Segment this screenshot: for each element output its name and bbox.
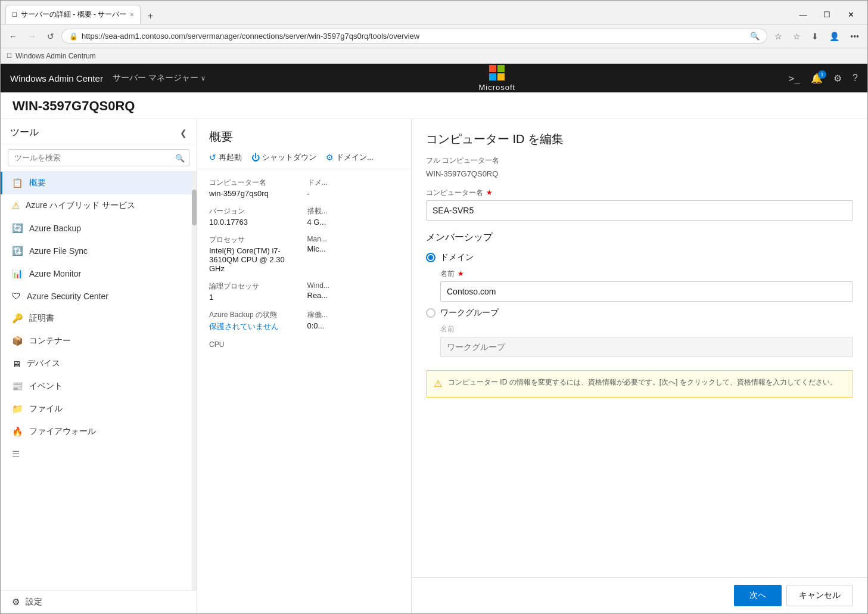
sidebar-item-azure-backup[interactable]: 🔄 Azure Backup (1, 217, 192, 240)
maximize-button[interactable]: ☐ (815, 5, 839, 24)
firewall-icon: 🔥 (12, 426, 23, 437)
sidebar-item-file[interactable]: 📁 ファイル (1, 398, 192, 420)
computer-name-field-label: コンピューター名 ★ (426, 188, 853, 198)
event-label: イベント (29, 381, 63, 392)
notification-button[interactable]: 🔔 1 (811, 73, 823, 84)
refresh-button[interactable]: ↺ (43, 30, 58, 42)
computer-name-input[interactable] (426, 200, 853, 221)
browser-tab[interactable]: ☐ サーバーの詳細 - 概要 - サーバー × (5, 5, 141, 24)
new-tab-button[interactable]: + (143, 8, 158, 24)
event-icon: 📰 (12, 381, 23, 392)
address-url[interactable]: https://sea-adm1.contoso.com/servermanag… (82, 32, 746, 41)
domain-required-mark: ★ (458, 269, 464, 278)
help-icon[interactable]: ? (853, 73, 858, 83)
domain-icon: ⚙ (326, 153, 334, 162)
sidebar-item-azure-security[interactable]: 🛡 Azure Security Center (1, 285, 192, 307)
sidebar-item-settings[interactable]: ⚙ 設定 (1, 591, 197, 613)
sidebar-search-input[interactable] (8, 149, 189, 166)
sidebar-nav: 📋 概要 ⚠ Azure ハイブリッド サービス 🔄 Azure Backup (1, 172, 192, 590)
azure-backup-label: Azure Backup (29, 224, 81, 233)
installed-label: 搭載... (307, 206, 400, 216)
azure-filesync-label: Azure File Sync (29, 246, 88, 256)
backup-status-link[interactable]: 保護されていません (209, 322, 279, 331)
domain-radio-circle (426, 253, 435, 262)
computer-name-section: コンピューター名 ★ (426, 188, 853, 221)
uptime-value: 0:0... (307, 321, 400, 330)
membership-title: メンバーシップ (426, 231, 853, 244)
settings-label: 設定 (26, 597, 42, 607)
processor-label: プロセッサ (209, 235, 301, 245)
back-button[interactable]: ← (5, 30, 21, 42)
certificate-icon: 🔑 (12, 313, 23, 324)
workgroup-name-input[interactable] (440, 337, 853, 357)
shutdown-icon: ⏻ (251, 153, 260, 162)
certificate-label: 証明書 (29, 313, 54, 324)
cancel-button[interactable]: キャンセル (786, 585, 853, 606)
sidebar-item-azure-hybrid[interactable]: ⚠ Azure ハイブリッド サービス (1, 194, 192, 217)
sidebar-item-certificate[interactable]: 🔑 証明書 (1, 307, 192, 330)
menu-icon[interactable]: ••• (847, 30, 863, 42)
favorites-icon[interactable]: ☆ (771, 30, 786, 42)
processor-value: Intel(R) Core(TM) i7-3610QM CPU @ 2.30 G… (209, 246, 301, 273)
workgroup-radio-label: ワークグループ (440, 308, 499, 318)
domain-value: - (307, 189, 400, 198)
forward-button[interactable]: → (24, 30, 40, 42)
subbar-label: Windows Admin Centrum (15, 52, 96, 60)
sidebar-item-overview[interactable]: 📋 概要 (1, 172, 192, 194)
file-icon: 📁 (12, 404, 23, 414)
nav-chevron-icon: ∨ (201, 75, 206, 82)
domain-radio[interactable]: ドメイン (426, 252, 853, 263)
cpu-label: CPU (209, 340, 399, 349)
tab-close-button[interactable]: × (130, 11, 133, 18)
server-manager-nav[interactable]: サーバー マネージャー ∨ (113, 73, 206, 83)
sidebar-item-device[interactable]: 🖥 デバイス (1, 352, 192, 375)
domain-button[interactable]: ⚙ ドメイン... (326, 152, 374, 163)
close-window-button[interactable]: ✕ (839, 5, 863, 24)
minimize-button[interactable]: — (791, 5, 815, 24)
device-label: デバイス (27, 358, 60, 369)
logical-proc-label: 論理プロセッサ (209, 281, 301, 292)
next-button[interactable]: 次へ (734, 585, 782, 606)
domain-label-field: ドメ... (307, 178, 400, 188)
tab-favicon: ☐ (12, 11, 17, 18)
server-title: WIN-3597G7QS0RQ (13, 98, 135, 113)
sidebar-item-event[interactable]: 📰 イベント (1, 375, 192, 398)
backup-status-label: Azure Backup の状態 (209, 310, 301, 320)
sidebar-item-container[interactable]: 📦 コンテナー (1, 330, 192, 352)
restart-button[interactable]: ↺ 再起動 (209, 152, 242, 163)
warning-box: ⚠ コンピューター ID の情報を変更するには、資格情報が必要です。[次へ] を… (426, 370, 853, 398)
version-label: バージョン (209, 206, 301, 216)
azure-monitor-label: Azure Monitor (29, 269, 81, 278)
overview-title: 概要 (209, 129, 399, 145)
full-computer-name-label: フル コンピューター名 (426, 156, 853, 166)
collections-icon[interactable]: ☆ (789, 30, 804, 42)
windows-label: Wind... (307, 281, 400, 290)
firewall-label: ファイアウォール (29, 426, 96, 437)
sidebar-item-firewall[interactable]: 🔥 ファイアウォール (1, 420, 192, 443)
sidebar-search-icon: 🔍 (175, 153, 185, 162)
sidebar-item-more[interactable]: ☰ (1, 443, 192, 466)
restart-icon: ↺ (209, 153, 216, 162)
azure-security-label: Azure Security Center (27, 292, 108, 301)
domain-name-field-label: 名前 ★ (440, 269, 853, 279)
microsoft-logo: Microsoft (478, 65, 515, 92)
shutdown-button[interactable]: ⏻ シャットダウン (251, 152, 316, 163)
workgroup-radio[interactable]: ワークグループ (426, 308, 853, 318)
edit-panel-title: コンピューター ID を編集 (426, 131, 853, 147)
azure-security-icon: 🛡 (12, 291, 21, 301)
sidebar-item-azure-filesync[interactable]: 🔃 Azure File Sync (1, 240, 192, 262)
azure-hybrid-icon: ⚠ (12, 200, 20, 211)
settings-icon[interactable]: ⚙ (833, 73, 842, 84)
download-icon[interactable]: ⬇ (808, 30, 822, 42)
lock-icon: 🔒 (69, 32, 78, 41)
installed-value: 4 G... (307, 218, 400, 227)
azure-backup-icon: 🔄 (12, 223, 23, 234)
domain-name-input[interactable] (440, 281, 853, 302)
workgroup-name-subfield: 名前 (440, 324, 853, 357)
full-computer-name-value: WIN-3597G7QS0RQ (426, 168, 853, 179)
terminal-icon[interactable]: >_ (789, 73, 800, 84)
more-icon: ☰ (12, 449, 20, 460)
sidebar-item-azure-monitor[interactable]: 📊 Azure Monitor (1, 262, 192, 285)
sidebar-collapse-icon[interactable]: ❮ (180, 128, 187, 138)
profile-icon[interactable]: 👤 (826, 30, 843, 42)
